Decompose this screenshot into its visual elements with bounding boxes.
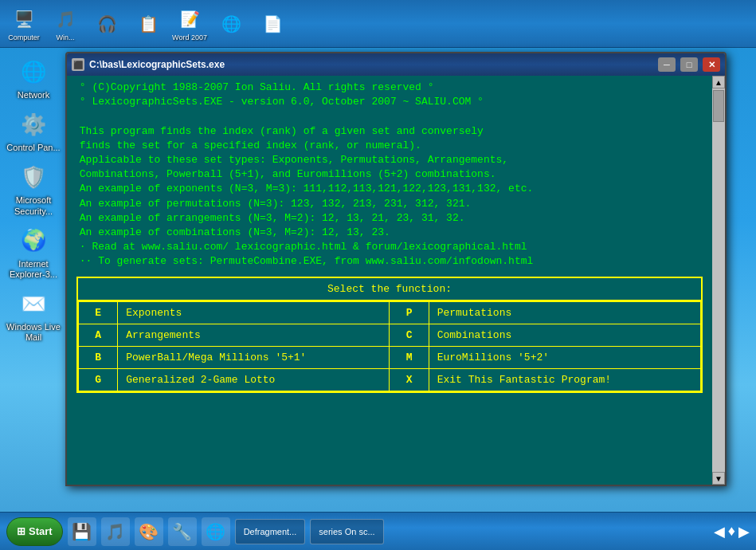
line-5: Applicable to these set types: Exponents… — [73, 153, 706, 167]
chrome-icon: 🌐 — [218, 11, 244, 37]
scroll-up[interactable]: ▲ — [712, 76, 725, 88]
taskbar-word[interactable]: 📝 Word 2007 — [172, 6, 207, 41]
ie-label: Internet Explorer-3... — [6, 259, 61, 280]
window-content: ° (C)Copyright 1988-2007 Ion Saliu. All … — [67, 76, 725, 485]
tray-icon-2[interactable]: ♦ — [728, 523, 735, 540]
line-2 — [73, 109, 706, 124]
taskbar-audio[interactable]: 🎧 — [89, 6, 124, 41]
computer-label: Computer — [8, 33, 40, 41]
acrobat-icon: 📄 — [260, 11, 285, 37]
line-11: · Read at www.saliu.com/ lexicographic.h… — [73, 240, 706, 254]
ie-icon: 🌍 — [18, 225, 49, 257]
line-10: An example of combinations (N=3, M=2): 1… — [73, 226, 706, 240]
winmedia-label: Win... — [56, 33, 74, 41]
taskbar-media2[interactable]: 🎵 — [101, 517, 130, 546]
desktop-icon-ie[interactable]: 🌍 Internet Explorer-3... — [6, 225, 61, 280]
label-exponents[interactable]: Exponents — [118, 302, 390, 324]
label-generalized[interactable]: Generalized 2-Game Lotto — [118, 369, 390, 391]
wlm-label: Windows Live Mail — [6, 322, 61, 343]
controlpanel-icon: ⚙️ — [18, 108, 49, 140]
tray-icon-3[interactable]: ▶ — [738, 523, 750, 540]
desktop-icon-controlpanel[interactable]: ⚙️ Control Pan... — [6, 108, 61, 153]
line-4: finds the set for a specified index (ran… — [73, 139, 706, 153]
desktop-icon-wlm[interactable]: ✉️ Windows Live Mail — [6, 288, 61, 343]
window-icon: ⬛ — [72, 58, 84, 71]
defrag-prog-label: Defragment... — [244, 527, 297, 536]
key-m[interactable]: M — [390, 347, 429, 369]
word-label: Word 2007 — [172, 33, 207, 41]
taskbar-defrag-prog[interactable]: Defragment... — [235, 519, 306, 544]
key-p[interactable]: P — [390, 302, 429, 324]
close-button[interactable]: ✕ — [703, 57, 720, 72]
scroll-down[interactable]: ▼ — [712, 472, 725, 485]
table-row: G Generalized 2-Game Lotto X Exit This F… — [79, 369, 701, 391]
taskbar-bottom: ⊞ Start 💾 🎵 🎨 🔧 🌐 Defragment... series O… — [0, 512, 756, 550]
line-9: An example of arrangements (N=3, M=2): 1… — [73, 211, 706, 226]
key-g[interactable]: G — [79, 369, 118, 391]
key-e[interactable]: E — [79, 302, 118, 324]
mssecurity-icon: 🛡️ — [18, 161, 49, 193]
table-row: A Arrangements C Combinations — [79, 324, 701, 347]
key-a[interactable]: A — [79, 324, 118, 347]
maximize-button[interactable]: □ — [680, 57, 698, 72]
taskbar-acrobat[interactable]: 📄 — [255, 6, 290, 41]
start-icon: ⊞ — [17, 525, 25, 537]
key-b[interactable]: B — [79, 347, 118, 369]
label-arrangements[interactable]: Arrangements — [118, 324, 390, 347]
key-x[interactable]: X — [390, 369, 429, 391]
window-title: C:\bas\LexicographicSets.exe — [89, 59, 653, 70]
winmedia-icon: 🎵 — [53, 6, 78, 32]
network-label: Network — [18, 90, 49, 100]
desktop-icon-mssecurity[interactable]: 🛡️ Microsoft Security... — [6, 161, 61, 216]
wlm-icon: ✉️ — [18, 288, 49, 320]
function-table-title: Select the function: — [78, 278, 701, 301]
tray-icon-1[interactable]: ◀ — [714, 523, 725, 540]
function-table-container: Select the function: E Exponents P Permu… — [76, 277, 703, 393]
audio-icon: 🎧 — [94, 11, 119, 37]
word-icon: 📝 — [177, 6, 202, 32]
table-row: E Exponents P Permutations — [79, 302, 701, 324]
scroll-thumb[interactable] — [713, 90, 724, 122]
taskbar-top: 🖥️ Computer 🎵 Win... 🎧 📋 📝 Word 2007 🌐 📄 — [0, 0, 756, 48]
taskbar-net[interactable]: 🌐 — [202, 517, 230, 546]
key-c[interactable]: C — [390, 324, 429, 347]
line-12: ·· To generate sets: PermuteCombine.EXE,… — [73, 254, 706, 269]
controlpanel-label: Control Pan... — [6, 143, 60, 153]
taskbar-app1[interactable]: 📋 — [131, 6, 166, 41]
label-exit[interactable]: Exit This Fantastic Program! — [429, 369, 700, 391]
start-label: Start — [29, 525, 53, 537]
label-permutations[interactable]: Permutations — [429, 302, 700, 324]
computer-icon: 🖥️ — [11, 6, 37, 32]
taskbar-series-prog[interactable]: series On sc... — [310, 519, 383, 544]
window-titlebar: ⬛ C:\bas\LexicographicSets.exe ─ □ ✕ — [67, 53, 725, 76]
app1-icon: 📋 — [135, 11, 161, 37]
line-0: ° (C)Copyright 1988-2007 Ion Saliu. All … — [73, 81, 706, 95]
desktop: 🖥️ Computer 🎵 Win... 🎧 📋 📝 Word 2007 🌐 📄… — [0, 0, 756, 550]
minimize-button[interactable]: ─ — [658, 57, 676, 72]
table-row: B PowerBall/Mega Millions '5+1' M EuroMi… — [79, 347, 701, 369]
taskbar-computer[interactable]: 🖥️ Computer — [6, 6, 41, 41]
taskbar-tools[interactable]: 🔧 — [168, 517, 197, 546]
desktop-icon-network[interactable]: 🌐 Network — [6, 56, 61, 100]
scrollbar[interactable]: ▲ ▼ — [712, 76, 725, 485]
taskbar-defrag[interactable]: 💾 — [68, 517, 96, 546]
line-6: Combinations, Powerball (5+1), and Eurom… — [73, 167, 706, 182]
network-icon: 🌐 — [18, 56, 49, 88]
series-prog-label: series On sc... — [319, 527, 374, 536]
line-3: This program finds the index (rank) of a… — [73, 124, 706, 139]
label-euromillions[interactable]: EuroMillions '5+2' — [429, 347, 700, 369]
taskbar-chrome[interactable]: 🌐 — [213, 6, 249, 41]
mssecurity-label: Microsoft Security... — [6, 195, 61, 216]
line-1: ° LexicographicSets.EXE - version 6.0, O… — [73, 95, 706, 109]
line-8: An example of permutations (N=3): 123, 1… — [73, 197, 706, 211]
console-text[interactable]: ° (C)Copyright 1988-2007 Ion Saliu. All … — [67, 76, 712, 485]
taskbar-paint[interactable]: 🎨 — [135, 517, 163, 546]
line-7: An example of exponents (N=3, M=3): 111,… — [73, 182, 706, 196]
console-window: ⬛ C:\bas\LexicographicSets.exe ─ □ ✕ ° (… — [65, 52, 727, 486]
desktop-icon-list: 🌐 Network ⚙️ Control Pan... 🛡️ Microsoft… — [6, 56, 61, 344]
taskbar-winmedia[interactable]: 🎵 Win... — [48, 6, 83, 41]
label-powerball[interactable]: PowerBall/Mega Millions '5+1' — [118, 347, 390, 369]
label-combinations[interactable]: Combinations — [429, 324, 700, 347]
function-table: E Exponents P Permutations A Arrangement… — [78, 301, 701, 391]
start-button[interactable]: ⊞ Start — [6, 517, 63, 546]
